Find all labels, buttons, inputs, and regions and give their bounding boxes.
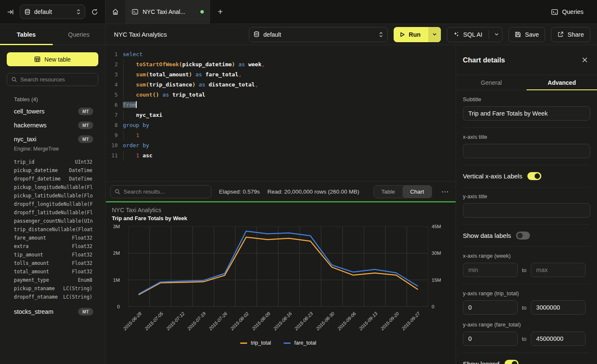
engine-badge: MT (78, 308, 93, 315)
column-row: pickup_ntanameLC(String) (14, 284, 92, 293)
legend-swatch (284, 342, 291, 344)
terminal-icon (551, 8, 558, 16)
x-range-max-input[interactable] (531, 263, 586, 277)
more-options-button[interactable]: ⋯ (440, 187, 451, 196)
y-tick-right: 0 (432, 304, 453, 310)
topbar-left: default (0, 0, 105, 24)
database-selector-value: default (34, 8, 73, 15)
chart-details-title: Chart details (463, 56, 505, 64)
share-label: Share (567, 31, 584, 38)
y-tick-right: 45M (432, 224, 453, 229)
show-data-labels-row: Show data labels (463, 225, 590, 247)
x-range-min-input[interactable] (463, 263, 518, 277)
engine-badge: MT (78, 121, 93, 129)
terminal-icon (132, 8, 138, 15)
show-legend-toggle[interactable] (505, 360, 519, 364)
subtitle-input[interactable] (463, 106, 590, 121)
search-icon (115, 189, 120, 194)
chart-details-header: Chart details (456, 45, 597, 75)
table-name: nyc_taxi (14, 136, 78, 143)
y-axis-range-fare-group: y-axis range (fare_total) to (463, 321, 590, 353)
x-axis-range-label: x-axis range (week) (463, 253, 590, 259)
column-row: pickup_datetimeDateTime (14, 166, 92, 175)
subtitle-field-group: Subtitle (463, 90, 590, 128)
run-label: Run (409, 31, 421, 38)
code-line: 1select (106, 49, 456, 59)
tab-advanced[interactable]: Advanced (527, 75, 597, 90)
results-toolbar: Elapsed: 0.579s Read: 20,000,000 rows (2… (106, 181, 456, 201)
show-legend-row: Show legend (463, 353, 590, 364)
sql-ai-button[interactable]: SQL AI (447, 27, 502, 42)
legend-item-trip-total[interactable]: trip_total (240, 340, 271, 346)
database-selector[interactable]: default (20, 5, 85, 19)
engine-badge: MT (78, 135, 93, 143)
to-label: to (522, 267, 527, 273)
y-axis-range-trip-label: y-axis range (trip_total) (463, 290, 590, 297)
sql-console-app: default NYC Taxi Anal... (0, 0, 597, 364)
column-row: passenger_countNullable(UIn (14, 217, 92, 225)
table-item-nyc-taxi[interactable]: nyc_taxi MT (7, 132, 98, 146)
column-row: dropoff_ntanameLC(String) (14, 293, 92, 301)
home-button[interactable] (105, 0, 126, 24)
code-line: 7 nyc_taxi (106, 110, 456, 120)
table-item-cell-towers[interactable]: cell_towers MT (7, 104, 98, 118)
column-row: extraFloat32 (14, 242, 92, 251)
close-icon[interactable] (582, 57, 588, 63)
code-line: 5 count() as trip_total (106, 90, 456, 100)
code-line: 8group by (106, 120, 456, 130)
sql-editor[interactable]: 1select2 toStartOfWeek(pickup_datetime) … (106, 46, 456, 181)
home-icon (112, 8, 119, 16)
resources-search-input[interactable] (20, 76, 95, 83)
show-data-labels-toggle[interactable] (516, 232, 530, 240)
view-toggle-table[interactable]: Table (374, 186, 403, 198)
y-axis-title-input[interactable] (463, 203, 590, 218)
tab-general[interactable]: General (456, 75, 527, 90)
chart-plot (128, 226, 428, 307)
query-tab[interactable]: NYC Taxi Anal... (126, 0, 210, 24)
save-label: Save (525, 31, 539, 38)
tab-tables[interactable]: Tables (0, 24, 53, 45)
y-range-trip-min-input[interactable] (463, 300, 518, 315)
sql-ai-chevron-icon[interactable] (494, 33, 499, 36)
results-search (110, 185, 211, 198)
save-button[interactable]: Save (508, 27, 545, 42)
column-row: trip_idUInt32 (14, 158, 92, 166)
query-tab-title: NYC Taxi Anal... (143, 8, 196, 15)
refresh-icon[interactable] (91, 8, 98, 16)
play-icon (400, 32, 405, 38)
column-row: tolls_amountFloat32 (14, 259, 92, 267)
query-header: NYC Taxi Analytics default Run (105, 24, 597, 45)
x-axis-title-input[interactable] (463, 144, 590, 158)
new-table-button[interactable]: New table (7, 52, 98, 66)
new-tab-button[interactable]: + (210, 0, 230, 24)
share-button[interactable]: Share (551, 27, 590, 42)
queries-top-button[interactable]: Queries (546, 4, 589, 19)
y-axis-range-fare-label: y-axis range (fare_total) (463, 321, 590, 328)
y-range-fare-max-input[interactable] (531, 332, 586, 346)
column-row: tip_amountFloat32 (14, 251, 92, 259)
y-tick-left: 1M (106, 277, 124, 283)
resources-sidebar: New table Tables (4) cell_towers MT hack… (0, 46, 105, 364)
engine-badge: MT (78, 108, 93, 115)
table-item-hackernews[interactable]: hackernews MT (7, 118, 98, 132)
run-dropdown-chevron[interactable] (428, 27, 441, 42)
code-line: 2 toStartOfWeek(pickup_datetime) as week… (106, 59, 456, 70)
chart-legend: trip_total fare_total (128, 340, 428, 346)
chart-subtitle: Trip and Fare Totals by Week (112, 215, 187, 221)
chart-title: NYC Taxi Analytics (112, 207, 161, 213)
results-search-input[interactable] (124, 189, 207, 195)
legend-item-fare-total[interactable]: fare_total (284, 340, 316, 346)
header-database-selector[interactable]: default (249, 27, 387, 42)
legend-label: fare_total (294, 340, 316, 346)
table-item-stocks-stream[interactable]: stocks_stream MT (7, 305, 98, 318)
collapse-sidebar-icon[interactable] (7, 8, 14, 16)
vertical-x-axis-labels-toggle[interactable] (527, 172, 541, 180)
view-toggle-chart[interactable]: Chart (403, 186, 432, 198)
legend-swatch (240, 342, 247, 344)
y-range-fare-min-input[interactable] (463, 332, 518, 346)
table-name: stocks_stream (14, 308, 78, 315)
run-button[interactable]: Run (394, 27, 441, 42)
y-range-trip-max-input[interactable] (531, 300, 586, 315)
tab-queries[interactable]: Queries (53, 24, 105, 45)
y-axis-title-field-group: y-axis title (463, 187, 590, 225)
